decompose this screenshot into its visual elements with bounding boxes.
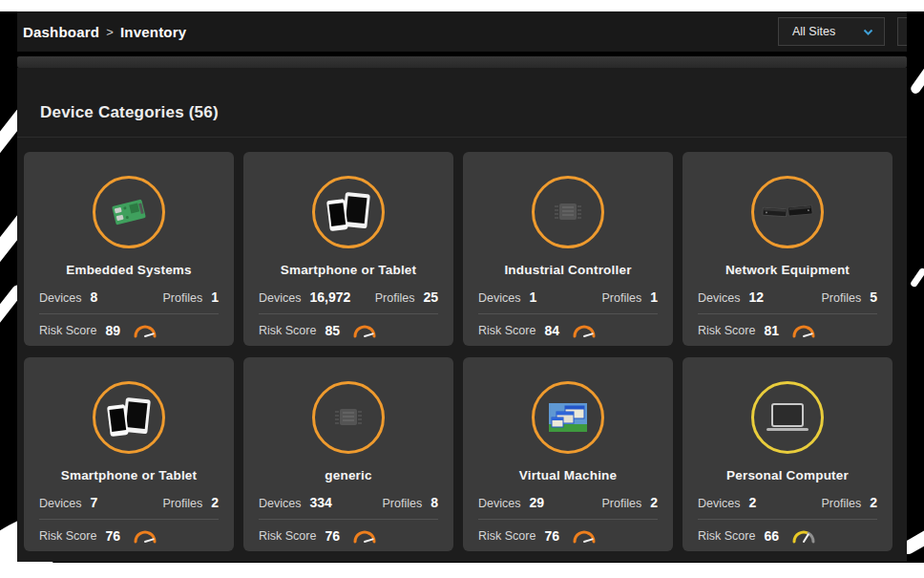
- profiles-label: Profiles: [822, 497, 862, 510]
- devices-label: Devices: [478, 291, 520, 305]
- risk-score-label: Risk Score: [698, 529, 755, 543]
- network-equipment-icon: [761, 202, 814, 223]
- card-divider: [698, 313, 877, 314]
- risk-gauge-icon: [791, 323, 816, 338]
- risk-score-row: Risk Score 89: [39, 323, 219, 338]
- category-title: Smartphone or Tablet: [39, 468, 219, 482]
- breadcrumb-item-inventory: Inventory: [120, 24, 186, 40]
- devices-label: Devices: [698, 291, 740, 305]
- category-card-generic[interactable]: generic Devices 334 Profiles 8 Risk Scor…: [243, 357, 453, 551]
- smartphone-tablet-icon: [105, 396, 153, 439]
- profiles-count: 1: [211, 289, 219, 305]
- decorative-top-strip: [0, 0, 924, 11]
- profiles-label: Profiles: [822, 291, 862, 305]
- category-title: Network Equipment: [698, 263, 877, 277]
- profiles-count: 2: [650, 495, 658, 510]
- category-title: Virtual Machine: [478, 468, 658, 482]
- category-card-industrial-controller[interactable]: Industrial Controller Devices 1 Profiles…: [463, 152, 673, 346]
- category-card-embedded-systems[interactable]: Embedded Systems Devices 8 Profiles 1 Ri…: [24, 152, 234, 346]
- devices-count: 7: [90, 495, 97, 510]
- category-stats: Devices 1 Profiles 1: [478, 289, 658, 305]
- category-icon-ring: [93, 176, 165, 248]
- risk-gauge-icon: [572, 323, 597, 338]
- card-divider: [39, 519, 219, 520]
- risk-score-value: 84: [544, 323, 559, 338]
- breadcrumb-separator: >: [106, 25, 114, 39]
- category-card-network-equipment[interactable]: Network Equipment Devices 12 Profiles 5 …: [682, 152, 892, 346]
- risk-score-label: Risk Score: [39, 529, 96, 543]
- scroll-strip: [17, 56, 907, 68]
- risk-score-label: Risk Score: [698, 324, 755, 337]
- category-title: Embedded Systems: [39, 263, 219, 277]
- breadcrumb: Dashboard > Inventory: [23, 11, 186, 52]
- clipped-toolbar-control[interactable]: A: [897, 17, 907, 46]
- devices-count: 2: [748, 495, 756, 510]
- risk-gauge-icon: [133, 528, 158, 544]
- risk-score-value: 76: [105, 528, 120, 544]
- decorative-swoosh: [910, 267, 924, 288]
- profiles-label: Profiles: [602, 497, 642, 510]
- risk-score-label: Risk Score: [478, 529, 536, 543]
- category-card-personal-computer[interactable]: Personal Computer Devices 2 Profiles 2 R…: [682, 357, 892, 551]
- risk-score-row: Risk Score 85: [259, 323, 438, 338]
- devices-count: 334: [309, 495, 331, 510]
- risk-score-row: Risk Score 76: [478, 528, 658, 544]
- devices-label: Devices: [698, 497, 740, 510]
- app-window: Dashboard > Inventory All Sites A Device…: [17, 11, 907, 562]
- category-icon-ring: [532, 176, 604, 248]
- site-selector-dropdown[interactable]: All Sites: [778, 17, 885, 46]
- category-stats: Devices 29 Profiles 2: [478, 495, 658, 510]
- risk-gauge-icon: [791, 528, 816, 544]
- devices-label: Devices: [259, 497, 301, 510]
- risk-gauge-icon: [352, 323, 377, 338]
- category-stats: Devices 16,972 Profiles 25: [259, 289, 438, 305]
- risk-score-row: Risk Score 81: [698, 323, 877, 338]
- device-categories-grid: Embedded Systems Devices 8 Profiles 1 Ri…: [17, 138, 907, 551]
- category-title: generic: [259, 468, 438, 482]
- card-divider: [259, 313, 438, 314]
- risk-gauge-icon: [133, 323, 158, 338]
- category-icon-ring: [532, 381, 604, 454]
- category-card-smartphone-tablet-2[interactable]: Smartphone or Tablet Devices 7 Profiles …: [24, 357, 234, 551]
- risk-score-row: Risk Score 76: [39, 528, 219, 544]
- profiles-count: 2: [870, 495, 877, 510]
- card-divider: [39, 313, 219, 314]
- category-stats: Devices 12 Profiles 5: [698, 289, 877, 305]
- risk-score-value: 85: [325, 323, 340, 338]
- top-bar: Dashboard > Inventory All Sites A: [17, 11, 907, 52]
- risk-score-value: 66: [764, 528, 779, 544]
- personal-computer-icon: [762, 401, 813, 434]
- risk-score-value: 89: [105, 323, 120, 338]
- devices-count: 12: [748, 289, 764, 305]
- devices-count: 16,972: [309, 289, 350, 305]
- category-title: Industrial Controller: [478, 263, 658, 277]
- profiles-count: 1: [650, 289, 658, 305]
- smartphone-tablet-icon: [325, 191, 372, 233]
- risk-gauge-icon: [572, 528, 597, 544]
- devices-label: Devices: [39, 291, 81, 305]
- devices-count: 1: [529, 289, 536, 305]
- category-card-smartphone-tablet[interactable]: Smartphone or Tablet Devices 16,972 Prof…: [243, 152, 453, 346]
- chip-icon: [331, 403, 366, 432]
- site-selector-value: All Sites: [792, 25, 835, 38]
- risk-score-value: 76: [544, 528, 559, 544]
- decorative-swoosh: [909, 55, 924, 96]
- virtual-machine-icon: [546, 400, 590, 435]
- chevron-down-icon: [863, 29, 873, 35]
- card-divider: [478, 519, 658, 520]
- category-icon-ring: [312, 176, 385, 248]
- devices-label: Devices: [259, 291, 301, 305]
- profiles-label: Profiles: [375, 291, 415, 305]
- embedded-systems-icon: [106, 194, 152, 230]
- risk-score-label: Risk Score: [259, 324, 316, 337]
- breadcrumb-item-dashboard[interactable]: Dashboard: [23, 24, 99, 40]
- category-stats: Devices 8 Profiles 1: [39, 289, 219, 305]
- risk-score-row: Risk Score 66: [698, 528, 877, 544]
- risk-score-row: Risk Score 76: [259, 528, 438, 544]
- category-stats: Devices 7 Profiles 2: [39, 495, 219, 510]
- risk-score-label: Risk Score: [39, 324, 96, 337]
- devices-label: Devices: [39, 497, 81, 510]
- card-divider: [698, 519, 877, 520]
- category-card-virtual-machine[interactable]: Virtual Machine Devices 29 Profiles 2 Ri…: [463, 357, 673, 551]
- card-divider: [259, 519, 438, 520]
